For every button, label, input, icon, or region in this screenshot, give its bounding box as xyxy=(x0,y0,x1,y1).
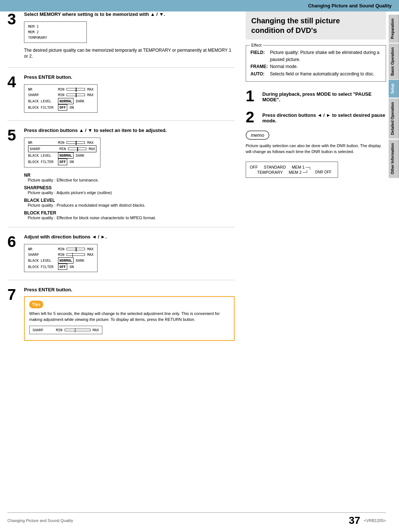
s4-bf-label: BLOCK FILTER xyxy=(28,105,56,110)
effect-label: Effect xyxy=(250,42,263,48)
s5-nr-row: NR MIN MAX xyxy=(28,140,96,145)
step-4-screen: NR MIN MAX SHARP MIN MAX BLACK LEVEL NOR… xyxy=(24,84,98,113)
dnr-row1: OFF STANDARD MEM 1 ─┐ xyxy=(250,165,334,169)
step-7-content: Press ENTER button. Tips When left for 5… xyxy=(24,287,235,341)
s4-sharp-min: MIN xyxy=(58,92,64,98)
s5-nr-bar xyxy=(66,141,85,144)
s6-nr-row: NR MIN MAX xyxy=(28,246,93,252)
step-7: 7 Press ENTER button. Tips When left for… xyxy=(7,287,235,345)
nr-item-desc: Picture quality : Effective for luminanc… xyxy=(24,178,235,182)
effect-box: Effect FIELD: Picture quality: Picture s… xyxy=(246,45,386,82)
right-step-1: 1 During playback, press MODE to select … xyxy=(246,88,386,104)
right-step-1-content: During playback, press MODE to select "P… xyxy=(262,88,386,102)
block-filter-item-label: BLOCK FILTER xyxy=(24,210,235,216)
s6-bf-label: BLOCK FILTER xyxy=(28,264,56,270)
header-title: Changing Picture and Sound Quality xyxy=(308,3,392,9)
step-6-title: Adjust with direction buttons ◄ / ►. xyxy=(24,234,235,240)
tips-bar xyxy=(65,329,91,331)
right-step-2-content: Press direction buttons ◄ / ► to select … xyxy=(262,109,386,123)
dnr-off-label: DNR OFF xyxy=(315,170,331,174)
tips-screen-row: SHARP MIN MAX xyxy=(33,327,99,333)
effect-field-row: FIELD: Picture quality: Picture shake wi… xyxy=(250,49,381,63)
s6-bf-row: BLOCK FILTER OFF ON xyxy=(28,264,93,270)
s6-bf-value: OFF xyxy=(58,264,67,270)
tips-label: Tips xyxy=(29,301,43,308)
header-bar: Changing Picture and Sound Quality xyxy=(0,0,399,11)
section-title-box: Changing the still picturecondition of D… xyxy=(246,11,386,40)
frame-value: Normal mode. xyxy=(270,63,381,70)
s5-nr-label: NR xyxy=(28,140,56,145)
s5-bl-label: BLACK LEVEL xyxy=(28,153,56,158)
s5-sharp-row: SHARP MIN MAX xyxy=(28,145,96,152)
screen-row-mem1: MEM 1 xyxy=(28,24,83,29)
right-step-2-number: 2 xyxy=(246,109,259,125)
step-4-title: Press ENTER button. xyxy=(24,74,235,80)
field-key: FIELD: xyxy=(250,49,270,63)
step-6-content: Adjust with direction buttons ◄ / ►. NR … xyxy=(24,234,235,275)
s4-bl-label: BLACK LEVEL xyxy=(28,98,56,104)
field-value: Picture quality: Picture shake will be e… xyxy=(270,49,381,63)
s5-bf-value: OFF xyxy=(58,159,67,165)
memo-text: Picture quality selection can also be do… xyxy=(246,143,386,155)
step-3-title: Select MEMORY where setting is to be mem… xyxy=(24,11,235,17)
tips-bar-min: MIN xyxy=(56,327,62,333)
auto-value: Selects field or frame automatically acc… xyxy=(270,71,381,78)
s6-sharp-max: MAX xyxy=(87,252,93,257)
step-5-content: Press direction buttons ▲ / ▼ to select … xyxy=(24,128,235,221)
s6-sharp-label: SHARP xyxy=(28,252,56,257)
tab-setup: Setup xyxy=(389,80,399,98)
s4-nr-label: NR xyxy=(28,87,56,92)
step-7-title: Press ENTER button. xyxy=(24,287,235,292)
s6-sharp-row: SHARP MIN MAX xyxy=(28,252,93,257)
memo-label: memo xyxy=(246,131,269,140)
frame-key: FRAME: xyxy=(250,63,270,70)
dnr-off: OFF xyxy=(250,165,258,169)
tips-sharp-label: SHARP xyxy=(33,327,43,333)
s4-bl-dark: DARK xyxy=(76,98,84,104)
s6-bf-on: ON xyxy=(69,264,74,270)
left-column: 3 Select MEMORY where setting is to be m… xyxy=(7,11,238,350)
sharpness-item-desc: Picture quality : Adjusts picture's edge… xyxy=(24,190,235,195)
step-3-screen: MEM 1 MEM 2 TEMPORARY xyxy=(24,21,87,43)
s4-sharp-max: MAX xyxy=(87,92,93,98)
step-4: 4 Press ENTER button. NR MIN MAX SHARP M… xyxy=(7,74,235,121)
screen-row-mem2: MEM 2 xyxy=(28,29,83,35)
effect-table: FIELD: Picture quality: Picture shake wi… xyxy=(250,49,381,78)
s4-nr-row: NR MIN MAX xyxy=(28,87,93,92)
s6-bl-value: NORMAL xyxy=(58,257,74,264)
s5-sharp-bar xyxy=(68,148,86,150)
s5-sharp-max: MAX xyxy=(89,146,95,152)
step-6-screen: NR MIN MAX SHARP MIN MAX BLACK LEVEL NOR… xyxy=(24,244,98,272)
s6-bl-label: BLACK LEVEL xyxy=(28,258,56,263)
effect-auto-row: AUTO: Selects field or frame automatical… xyxy=(250,71,381,78)
step-5-number: 5 xyxy=(7,128,20,143)
sharpness-item-label: SHARPNESS xyxy=(24,185,235,190)
main-content: 3 Select MEMORY where setting is to be m… xyxy=(0,11,399,358)
s4-bl-row: BLACK LEVEL NORMAL DARK xyxy=(28,98,93,104)
dnr-temporary: TEMPORARY xyxy=(257,170,283,174)
step-3-content: Select MEMORY where setting is to be mem… xyxy=(24,11,235,62)
step-4-content: Press ENTER button. NR MIN MAX SHARP MIN… xyxy=(24,74,235,115)
mem1-label: MEM 1 xyxy=(28,24,39,29)
s5-sharp-label: SHARP xyxy=(30,146,57,152)
s5-sharp-min: MIN xyxy=(59,146,66,152)
s6-bl-row: BLACK LEVEL NORMAL DARK xyxy=(28,257,93,264)
s5-bf-label: BLOCK FILTER xyxy=(28,159,56,165)
tips-screen: SHARP MIN MAX xyxy=(29,326,102,334)
s5-bl-value: NORMAL xyxy=(58,152,74,159)
s4-sharp-label: SHARP xyxy=(28,92,56,98)
screen-row-temporary: TEMPORARY xyxy=(28,35,83,40)
dnr-row2: TEMPORARY MEM 2 ─┘ DNR OFF xyxy=(250,170,334,174)
step-5: 5 Press direction buttons ▲ / ▼ to selec… xyxy=(7,128,235,227)
s5-bf-on: ON xyxy=(69,159,74,165)
step-6-number: 6 xyxy=(7,234,20,250)
s6-nr-min: MIN xyxy=(58,246,64,252)
s4-sharp-bar xyxy=(66,94,85,96)
page-number: 37 xyxy=(349,515,360,526)
s6-sharp-bar xyxy=(66,253,85,256)
s5-bl-dark: DARK xyxy=(76,153,84,158)
tab-preparation: Preparation xyxy=(389,15,399,43)
dnr-mem1: MEM 1 ─┐ xyxy=(292,165,311,169)
s4-bf-row: BLOCK FILTER OFF ON xyxy=(28,104,93,111)
s4-nr-max: MAX xyxy=(87,87,93,92)
